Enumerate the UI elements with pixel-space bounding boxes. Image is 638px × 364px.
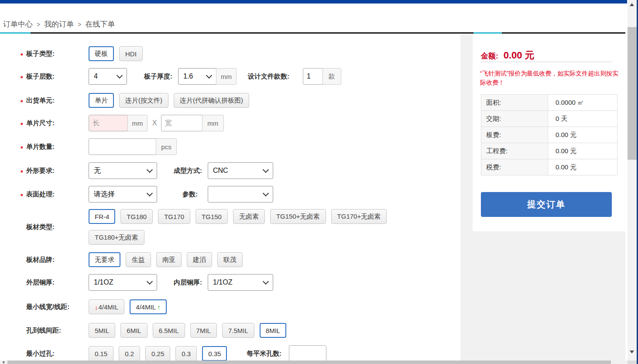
required-marker: * xyxy=(21,168,26,176)
thickness-label: 板子厚度: xyxy=(144,72,172,81)
table-row-engineering-fee: 工程费: 0.00 元 xyxy=(481,143,617,159)
scroll-left-arrow-icon[interactable] xyxy=(2,361,4,364)
ship-unit-option-panel-by-file[interactable]: 连片(按文件) xyxy=(119,93,168,108)
outer-copper-select[interactable]: 1/1OZ xyxy=(89,274,157,291)
required-marker: * xyxy=(21,121,26,128)
inner-copper-select[interactable]: 1/1OZ xyxy=(208,274,273,291)
material-type-option-tg180-halogen-free[interactable]: TG180+无卤素 xyxy=(89,230,144,245)
min-trace-option-above[interactable]: 4/4MIL ↑ xyxy=(130,299,166,314)
row-outline: * 外形要求: 无 成型方式: CNC xyxy=(21,162,273,179)
piece-length-input[interactable] xyxy=(89,115,128,131)
ship-unit-option-panel-confirm[interactable]: 连片(代拼确认拼板图) xyxy=(174,93,249,108)
active-tab-indicator-left xyxy=(0,32,31,34)
horizontal-scrollbar[interactable] xyxy=(0,361,628,364)
brand-option-iteq[interactable]: 联茂 xyxy=(217,252,243,267)
min-via-option-035[interactable]: 0.35 xyxy=(202,346,227,361)
forming-select[interactable]: CNC xyxy=(208,162,273,179)
hole-to-line-option-5mil[interactable]: 5MIL xyxy=(89,323,115,338)
chevron-down-icon xyxy=(147,190,153,196)
submit-order-button[interactable]: 提交订单 xyxy=(481,192,612,217)
table-row-area: 面积: 0.0000 ㎡ xyxy=(481,95,617,111)
piece-qty-unit: pcs xyxy=(156,138,177,155)
amount-row: 金额: 0.00 元 xyxy=(481,49,535,62)
row-copper: * 外层铜厚: 1/1OZ 内层铜厚: 1/1OZ xyxy=(21,274,273,291)
layers-select[interactable]: 4 xyxy=(89,68,127,85)
board-type-label: * 板子类型: xyxy=(21,50,89,58)
active-tab-indicator-right xyxy=(473,32,502,34)
surface-select[interactable]: 请选择 xyxy=(89,186,157,203)
row-ship-unit: * 出货单元: 单片 连片(按文件) 连片(代拼确认拼板图) xyxy=(21,92,254,109)
required-marker: * xyxy=(21,144,26,152)
hole-to-line-option-6mil[interactable]: 6MIL xyxy=(120,323,147,338)
arrow-up-icon: ↑ xyxy=(157,303,161,311)
material-type-option-fr4[interactable]: FR-4 xyxy=(89,209,115,224)
hole-to-line-option-8mil[interactable]: 8MIL xyxy=(260,323,286,338)
hole-to-line-option-6p5mil[interactable]: 6.5MIL xyxy=(153,323,185,338)
chevron-down-icon xyxy=(147,278,153,285)
min-via-option-015[interactable]: 0.15 xyxy=(89,346,113,361)
required-marker: * xyxy=(21,98,26,106)
design-file-count-label: 设计文件款数: xyxy=(248,72,289,81)
layers-label: * 板子层数: xyxy=(21,72,89,81)
piece-qty-input[interactable] xyxy=(89,138,156,155)
outline-label: * 外形要求: xyxy=(21,167,89,175)
amount-value: 0.00 元 xyxy=(504,49,535,62)
board-type-option-rigid[interactable]: 硬板 xyxy=(89,46,114,61)
material-type-option-tg170-halogen-free[interactable]: TG170+无卤素 xyxy=(331,209,387,224)
min-trace-label: * 最小线宽/线距: xyxy=(21,303,89,311)
breadcrumb-order-center[interactable]: 订单中心 xyxy=(3,19,33,29)
row-material-type-line1: FR-4 TG180 TG170 TG150 无卤素 TG150+无卤素 TG1… xyxy=(89,208,392,225)
vertical-scrollbar[interactable] xyxy=(628,0,637,361)
row-min-via: * 最小过孔: 0.15 0.2 0.25 0.3 0.35 每平米孔数: xyxy=(21,345,326,362)
required-marker: * xyxy=(21,52,26,59)
row-min-trace: * 最小线宽/线距: ↓ 4/4MIL 4/4MIL ↑ xyxy=(21,299,172,315)
breadcrumb: 订单中心 > 我的订单 > 在线下单 xyxy=(3,19,115,29)
min-trace-option-below[interactable]: ↓ 4/4MIL xyxy=(89,299,124,314)
material-type-option-tg180[interactable]: TG180 xyxy=(120,209,153,224)
thickness-select[interactable]: 1.6 xyxy=(178,68,216,85)
design-file-count-unit: 款 xyxy=(322,68,341,85)
piece-size-label: * 单片尺寸: xyxy=(21,119,89,127)
brand-option-nanya[interactable]: 南亚 xyxy=(156,252,182,267)
surface-param-label: 参数: xyxy=(182,190,198,199)
vertical-scrollbar-thumb[interactable] xyxy=(628,27,637,160)
material-type-option-tg170[interactable]: TG170 xyxy=(158,209,190,224)
required-marker: * xyxy=(21,74,26,82)
material-type-label: * 板材类型: xyxy=(21,223,89,231)
outline-select[interactable]: 无 xyxy=(89,162,157,179)
piece-width-unit: mm xyxy=(202,115,224,131)
surface-param-select[interactable] xyxy=(208,186,273,203)
row-layers-thickness: * 板子层数: 4 板子厚度: 1.6 mm 设计文件款数: 款 xyxy=(21,68,341,85)
min-via-option-025[interactable]: 0.25 xyxy=(145,346,170,361)
material-type-option-halogen-free[interactable]: 无卤素 xyxy=(233,209,265,224)
table-row-tax: 税费: 0.00 元 xyxy=(481,159,617,175)
amount-label: 金额: xyxy=(481,51,498,61)
brand-option-shengyi[interactable]: 生益 xyxy=(126,252,151,267)
chevron-down-icon xyxy=(263,167,269,173)
hole-to-line-option-7p5mil[interactable]: 7.5MIL xyxy=(222,323,254,338)
min-via-option-02[interactable]: 0.2 xyxy=(119,346,140,361)
holes-per-sqm-input[interactable] xyxy=(289,345,326,362)
design-file-count-input[interactable] xyxy=(303,68,323,85)
brand-option-kingboard[interactable]: 建滔 xyxy=(187,252,212,267)
row-hole-to-line: * 孔到线间距: 5MIL 6MIL 6.5MIL 7MIL 7.5MIL 8M… xyxy=(21,322,292,339)
breadcrumb-my-orders[interactable]: 我的订单 xyxy=(44,19,74,29)
material-type-option-tg150[interactable]: TG150 xyxy=(196,209,228,224)
scroll-down-arrow-icon[interactable] xyxy=(630,350,634,354)
material-type-option-tg150-halogen-free[interactable]: TG150+无卤素 xyxy=(270,209,326,224)
chevron-down-icon xyxy=(263,278,269,285)
table-row-board-fee: 板费: 0.00 元 xyxy=(481,127,617,143)
scroll-up-arrow-icon[interactable] xyxy=(630,3,634,6)
ship-unit-option-single[interactable]: 单片 xyxy=(89,93,114,108)
arrow-down-icon: ↓ xyxy=(95,303,98,311)
piece-width-input[interactable] xyxy=(161,115,202,131)
brand-option-any[interactable]: 无要求 xyxy=(89,252,120,267)
hole-to-line-option-7mil[interactable]: 7MIL xyxy=(190,323,217,338)
size-separator: X xyxy=(152,119,157,127)
min-via-option-03[interactable]: 0.3 xyxy=(175,346,197,361)
board-type-option-hdi[interactable]: HDI xyxy=(119,46,143,61)
breadcrumb-separator: > xyxy=(37,21,40,28)
horizontal-scrollbar-thumb[interactable] xyxy=(7,361,611,364)
amount-divider xyxy=(481,62,612,62)
piece-length-unit: mm xyxy=(127,115,147,131)
